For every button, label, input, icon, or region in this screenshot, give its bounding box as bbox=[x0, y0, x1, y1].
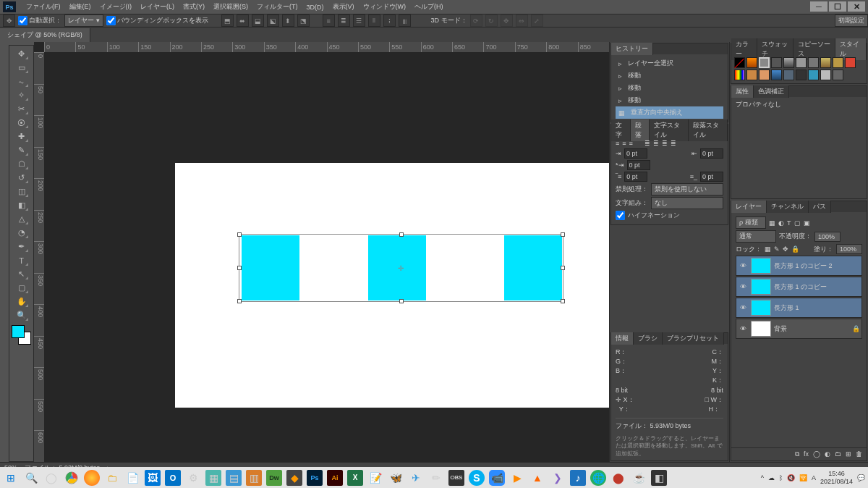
menu-filter[interactable]: フィルター(T) bbox=[252, 1, 302, 13]
zoom-tool[interactable]: 🔍 bbox=[14, 309, 29, 321]
sublime-icon[interactable]: ◆ bbox=[286, 470, 302, 486]
link-layers-icon[interactable]: ⧉ bbox=[795, 450, 799, 458]
tab-brush-preset[interactable]: ブラシプリセット bbox=[663, 332, 724, 345]
align-hcenter-icon[interactable]: ⬍ bbox=[282, 14, 294, 27]
history-brush-tool[interactable]: ↺ bbox=[14, 172, 29, 184]
search-icon[interactable]: 🔍 bbox=[23, 470, 39, 486]
filter-smart-icon[interactable]: ▣ bbox=[804, 219, 810, 227]
history-item[interactable]: ▹移動 bbox=[616, 82, 723, 94]
history-item[interactable]: ▹移動 bbox=[616, 94, 723, 106]
start-button[interactable]: ⊞ bbox=[3, 470, 19, 486]
menu-view[interactable]: 表示(V) bbox=[328, 1, 359, 13]
tray-bluetooth-icon[interactable]: ᛒ bbox=[779, 474, 783, 481]
path-select-tool[interactable]: ↖ bbox=[14, 268, 29, 280]
settings-icon[interactable]: ⚙ bbox=[185, 470, 201, 486]
excel-icon[interactable]: X bbox=[347, 470, 363, 486]
tab-channels[interactable]: チャンネル bbox=[767, 201, 809, 213]
menu-help[interactable]: ヘルプ(H) bbox=[410, 1, 448, 13]
style-swatch[interactable] bbox=[808, 57, 819, 68]
history-item-active[interactable]: ▦垂直方向中央揃え bbox=[616, 106, 723, 119]
history-item[interactable]: ▹レイヤー全選択 bbox=[616, 57, 723, 70]
foreground-color[interactable] bbox=[12, 325, 25, 338]
app-icon[interactable]: ▦ bbox=[205, 470, 221, 486]
tab-color[interactable]: カラー bbox=[731, 38, 757, 60]
pen-tool[interactable]: ✒ bbox=[14, 240, 29, 253]
layer-filter-kind[interactable]: ρ 種類 bbox=[736, 216, 766, 229]
filter-image-icon[interactable]: ▦ bbox=[769, 219, 775, 227]
explorer-icon[interactable]: 🗀 bbox=[104, 470, 120, 486]
firefox-icon[interactable] bbox=[84, 470, 100, 486]
style-swatch[interactable] bbox=[820, 70, 831, 80]
document-tab[interactable]: シェイプ @ 50% (RGB/8) bbox=[0, 28, 90, 42]
style-swatch[interactable] bbox=[771, 57, 782, 68]
filter-type-icon[interactable]: T bbox=[787, 219, 791, 227]
visibility-toggle[interactable]: 👁 bbox=[738, 325, 748, 332]
menu-layer[interactable]: レイヤー(L) bbox=[136, 1, 179, 13]
layer-row-background[interactable]: 👁背景🔒 bbox=[736, 319, 862, 339]
kinsoku-dropdown[interactable]: 禁則を使用しない bbox=[651, 183, 723, 195]
style-swatch[interactable] bbox=[796, 57, 807, 68]
tab-brush[interactable]: ブラシ bbox=[634, 332, 663, 345]
tray-ime-icon[interactable]: A bbox=[812, 474, 816, 481]
menu-file[interactable]: ファイル(F) bbox=[22, 1, 65, 13]
app-icon[interactable]: 🌐 bbox=[590, 470, 606, 486]
style-swatch[interactable] bbox=[783, 57, 794, 68]
group-icon[interactable]: 🗀 bbox=[835, 450, 841, 458]
record-icon[interactable]: ⬤ bbox=[610, 470, 626, 486]
style-swatch[interactable] bbox=[746, 57, 757, 68]
adjustment-icon[interactable]: ◐ bbox=[825, 450, 830, 458]
window-maximize[interactable]: ☐ bbox=[829, 1, 846, 12]
align-right-icon[interactable]: ⬔ bbox=[297, 14, 310, 27]
eraser-tool[interactable]: ◫ bbox=[14, 185, 29, 198]
auto-select-checkbox[interactable]: 自動選択： bbox=[18, 16, 61, 25]
tab-styles[interactable]: スタイル bbox=[835, 38, 867, 60]
shape-tool[interactable]: ▢ bbox=[14, 282, 29, 294]
align-left-btn[interactable]: ≡ bbox=[616, 140, 619, 147]
tab-properties[interactable]: 属性 bbox=[731, 85, 754, 98]
filter-shape-icon[interactable]: ▢ bbox=[794, 219, 801, 227]
tab-swatches[interactable]: スウォッチ bbox=[757, 38, 794, 60]
tab-history[interactable]: ヒストリー bbox=[611, 43, 653, 55]
new-layer-icon[interactable]: ⊞ bbox=[846, 450, 851, 458]
visibility-toggle[interactable]: 👁 bbox=[738, 262, 748, 269]
tab-char-style[interactable]: 文字スタイル bbox=[650, 119, 689, 141]
chrome-icon[interactable] bbox=[64, 470, 80, 486]
lock-pixels-icon[interactable]: ✎ bbox=[774, 245, 780, 253]
window-minimize[interactable]: ─ bbox=[810, 1, 827, 12]
app-icon[interactable]: ▥ bbox=[246, 470, 262, 486]
style-swatch[interactable] bbox=[759, 70, 770, 80]
mask-icon[interactable]: ◯ bbox=[813, 450, 820, 458]
style-swatch[interactable] bbox=[746, 70, 757, 80]
app-icon[interactable]: ▤ bbox=[226, 470, 242, 486]
menu-window[interactable]: ウィンドウ(W) bbox=[359, 1, 411, 13]
window-close[interactable]: ✕ bbox=[848, 1, 865, 12]
tray-cloud-icon[interactable]: ☁ bbox=[768, 474, 775, 481]
tray-chevron-icon[interactable]: ^ bbox=[761, 474, 764, 481]
blend-mode-dropdown[interactable]: 通常 bbox=[736, 230, 776, 243]
style-swatch[interactable] bbox=[759, 57, 770, 68]
crop-tool[interactable]: ✂ bbox=[14, 103, 29, 115]
style-swatch[interactable] bbox=[796, 70, 807, 80]
visibility-toggle[interactable]: 👁 bbox=[738, 283, 748, 290]
dodge-tool[interactable]: ◔ bbox=[14, 227, 29, 239]
move-tool-icon[interactable]: ✥ bbox=[3, 14, 15, 27]
vlc-icon[interactable]: ▲ bbox=[529, 470, 545, 486]
illustrator-icon[interactable]: Ai bbox=[327, 470, 343, 486]
layer-row[interactable]: 👁長方形 1 のコピー 2 bbox=[736, 256, 862, 276]
brush-tool[interactable]: ✎ bbox=[14, 144, 29, 156]
distribute-left-icon[interactable]: ⫴ bbox=[368, 14, 380, 27]
tab-info[interactable]: 情報 bbox=[611, 332, 634, 345]
workspace-switcher[interactable]: 初期設定 bbox=[835, 14, 868, 27]
hyphenation-checkbox[interactable]: ハイフネーション bbox=[616, 211, 723, 220]
lock-position-icon[interactable]: ✥ bbox=[783, 245, 788, 253]
selection-bounding-box[interactable]: ✛ bbox=[239, 234, 563, 302]
first-line-input[interactable] bbox=[627, 160, 650, 170]
justify-left-btn[interactable]: ≣ bbox=[644, 140, 650, 147]
color-swatches[interactable] bbox=[12, 325, 31, 345]
photoshop-icon[interactable]: Ps bbox=[307, 470, 323, 486]
justify-all-btn[interactable]: ≣ bbox=[671, 140, 676, 147]
app-icon[interactable]: 📝 bbox=[367, 470, 383, 486]
outlook-icon[interactable]: O bbox=[165, 470, 181, 486]
tab-character[interactable]: 文字 bbox=[611, 119, 631, 141]
tab-adjustments[interactable]: 色調補正 bbox=[754, 85, 789, 98]
